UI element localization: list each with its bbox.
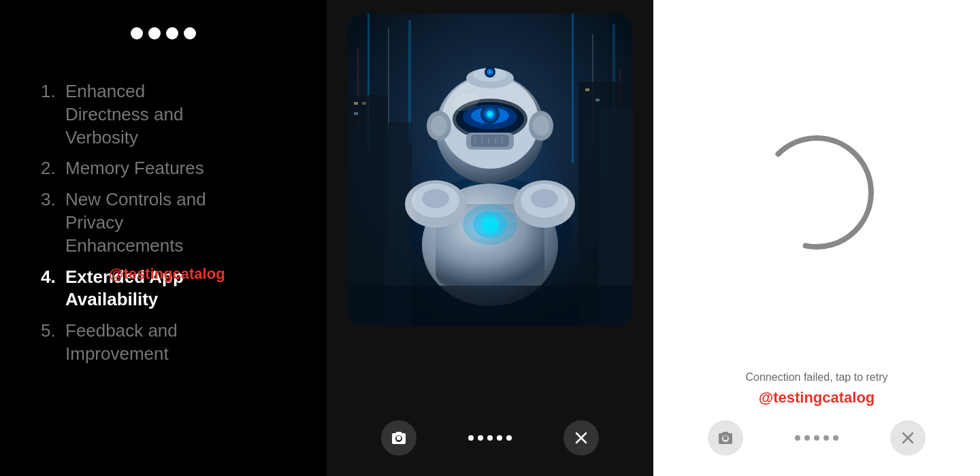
connection-error-text[interactable]: Connection failed, tap to retry: [745, 371, 887, 384]
camera-button-right[interactable]: [708, 420, 743, 456]
camera-icon: [391, 430, 407, 446]
list-item-number: 3.: [41, 188, 65, 211]
list-item-number: 2.: [41, 157, 65, 180]
list-item-number: 1.: [41, 80, 65, 103]
svg-rect-4: [572, 14, 574, 163]
list-item-text: Memory Features: [65, 157, 286, 180]
svg-point-63: [415, 116, 565, 292]
svg-rect-14: [362, 102, 366, 105]
dot-sm-4: [497, 435, 502, 441]
panel-left: 1. EnhancedDirectness andVerbosity 2. Me…: [0, 0, 327, 476]
dot-sm-2: [478, 435, 483, 441]
dot-sm-5: [506, 435, 512, 441]
close-icon: [574, 431, 588, 445]
middle-bottom-controls: [381, 420, 599, 456]
dot-sm-r4: [823, 435, 829, 441]
bottom-section: Connection failed, tap to retry @testing…: [667, 371, 966, 456]
svg-point-47: [431, 116, 447, 136]
dot-sm-r1: [795, 435, 800, 441]
list-item[interactable]: 5. Feedback andImprovement: [41, 320, 286, 366]
svg-point-66: [749, 124, 885, 260]
dot-sm-r5: [833, 435, 838, 441]
dot-3: [166, 27, 178, 39]
dots-indicator: [131, 27, 196, 39]
list-item[interactable]: 3. New Controls andPrivacyEnhancements: [41, 188, 286, 257]
robot-scene-svg: [347, 14, 633, 326]
spinner-container: [667, 14, 966, 371]
svg-rect-17: [595, 99, 600, 101]
camera-icon-right: [717, 430, 734, 446]
svg-rect-13: [354, 102, 358, 105]
svg-rect-15: [354, 112, 358, 115]
dot-4: [184, 27, 196, 39]
dot-sm-1: [468, 435, 474, 441]
list-item[interactable]: 2. Memory Features: [41, 157, 286, 180]
list-item[interactable]: 1. EnhancedDirectness andVerbosity: [41, 80, 286, 149]
dot-sm-r2: [804, 435, 810, 441]
list-item-number: 4.: [41, 266, 65, 289]
dot-1: [131, 27, 143, 39]
list-item-text: New Controls andPrivacyEnhancements: [65, 188, 286, 257]
dot-sm-r3: [814, 435, 819, 441]
robot-image: [347, 14, 633, 326]
right-bottom-controls: [708, 420, 926, 456]
list-item-text: Feedback andImprovement: [65, 320, 286, 366]
close-button[interactable]: [564, 420, 599, 456]
panel-right: Connection failed, tap to retry @testing…: [653, 0, 980, 476]
dots-indicator-bottom-right: [795, 435, 838, 441]
close-button-right[interactable]: [890, 420, 926, 456]
watermark-right: @testingcatalog: [759, 389, 875, 407]
watermark-left: @testingcatalog: [109, 265, 225, 283]
svg-point-53: [489, 71, 491, 73]
list-item-number: 5.: [41, 320, 65, 343]
close-icon-right: [901, 431, 915, 445]
list-item-text: EnhancedDirectness andVerbosity: [65, 80, 286, 149]
dot-sm-3: [487, 435, 493, 441]
feature-list: 1. EnhancedDirectness andVerbosity 2. Me…: [41, 80, 286, 374]
dots-indicator-bottom: [468, 435, 512, 441]
svg-rect-2: [388, 27, 389, 129]
dot-2: [148, 27, 161, 39]
svg-point-48: [533, 116, 549, 136]
panel-middle: [327, 0, 653, 476]
camera-button[interactable]: [381, 420, 416, 456]
svg-rect-16: [585, 88, 589, 91]
spinner-arc-svg: [749, 124, 885, 260]
